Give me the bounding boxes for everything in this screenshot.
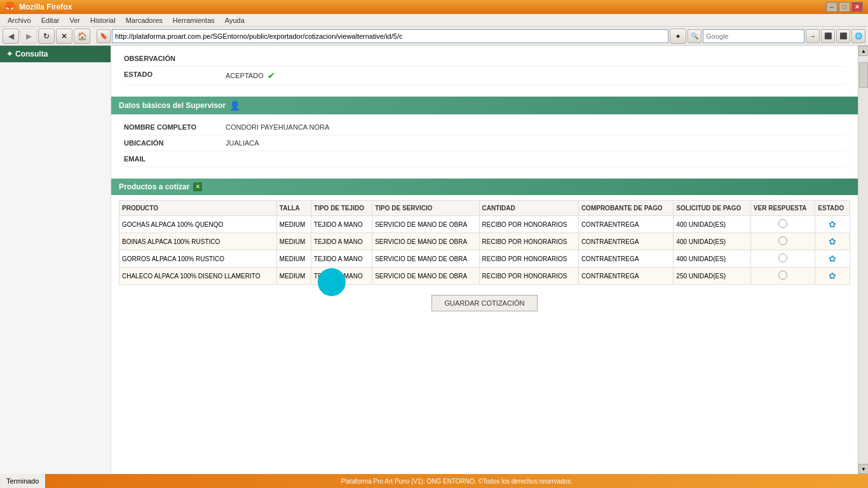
- firefox-icon: 🦊: [5, 2, 15, 12]
- menu-ver[interactable]: Ver: [64, 15, 85, 25]
- table-container: PRODUCTO TALLA TIPO DE TEJIDO TIPO DE SE…: [111, 195, 858, 327]
- copyright-text: Plataforma Pro Art Puno (V1): ONG ENTORN…: [341, 478, 573, 485]
- flower-icon-3: ✿: [818, 254, 847, 264]
- toolbar-extra-3[interactable]: 🌐: [851, 29, 865, 43]
- title-bar-buttons: ─ □ ✕: [826, 2, 863, 12]
- talla-4: MEDIUM: [276, 268, 311, 285]
- col-talla: TALLA: [276, 201, 311, 216]
- ver-respuesta-2[interactable]: [750, 233, 815, 250]
- talla-3: MEDIUM: [276, 250, 311, 268]
- home-button[interactable]: 🏠: [74, 29, 90, 44]
- servicio-4: SERVICIO DE MANO DE OBRA: [372, 268, 479, 285]
- menu-archivo[interactable]: Archivo: [3, 15, 36, 25]
- servicio-3: SERVICIO DE MANO DE OBRA: [372, 250, 479, 268]
- talla-1: MEDIUM: [276, 216, 311, 233]
- radio-4[interactable]: [778, 271, 787, 280]
- estado-icon-2: ✿: [815, 233, 850, 250]
- window-title: Mozilla Firefox: [19, 3, 72, 11]
- comprobante-4: CONTRAENTREGA: [578, 268, 673, 285]
- close-button[interactable]: ✕: [851, 2, 863, 12]
- producto-1: GOCHAS ALPACA 100% QUENQO: [119, 216, 277, 233]
- vertical-scrollbar[interactable]: ▲ ▼: [858, 46, 868, 474]
- nombre-value: CONDORI PAYEHUANCA NORA: [226, 123, 845, 131]
- supervisor-person-icon: 👤: [229, 100, 240, 111]
- minimize-button[interactable]: ─: [826, 2, 837, 12]
- menu-bar: Archivo Editar Ver Historial Marcadores …: [0, 14, 868, 27]
- google-search-input[interactable]: [703, 29, 804, 43]
- table-row: BOINAS ALPACA 100% RUSTICO MEDIUM TEJIDO…: [119, 233, 850, 250]
- comprobante-2: CONTRAENTREGA: [578, 233, 673, 250]
- cantidad-3: RECIBO POR HONORARIOS: [479, 250, 578, 268]
- producto-2: BOINAS ALPACA 100% RUSTICO: [119, 233, 277, 250]
- save-section: GUARDAR COTIZACIÓN: [119, 295, 850, 311]
- teal-circle-overlay: [318, 268, 346, 296]
- menu-marcadores[interactable]: Marcadores: [121, 15, 168, 25]
- scroll-track[interactable]: [858, 56, 868, 464]
- observacion-label: OBSERVACIÓN: [124, 55, 226, 62]
- talla-2: MEDIUM: [276, 233, 311, 250]
- supervisor-header: Datos básicos del Supervisor 👤: [111, 97, 858, 114]
- toolbar-extra-2[interactable]: ⬛: [836, 29, 850, 43]
- estado-icon-3: ✿: [815, 250, 850, 268]
- maximize-button[interactable]: □: [839, 2, 850, 12]
- menu-historial[interactable]: Historial: [85, 15, 121, 25]
- estado-icon-1: ✿: [815, 216, 850, 233]
- stop-button[interactable]: ✕: [56, 29, 72, 44]
- estado-icon-4: ✿: [815, 268, 850, 285]
- tejido-3: TEJIDO A MANO: [311, 250, 372, 268]
- estado-label: ESTADO: [124, 71, 226, 78]
- address-bar[interactable]: [112, 29, 668, 43]
- servicio-2: SERVICIO DE MANO DE OBRA: [372, 233, 479, 250]
- scroll-thumb[interactable]: [859, 62, 868, 88]
- email-label: EMAIL: [124, 155, 226, 163]
- col-cantidad: CANTIDAD: [479, 201, 578, 216]
- tejido-2: TEJIDO A MANO: [311, 233, 372, 250]
- col-ver-respuesta: VER RESPUESTA: [750, 201, 815, 216]
- toolbar-extra-1[interactable]: ⬛: [821, 29, 835, 43]
- sidebar: ✦ Consulta: [0, 46, 111, 474]
- col-estado: ESTADO: [815, 201, 850, 216]
- ver-respuesta-4[interactable]: [750, 268, 815, 285]
- products-section: Productos a cotizar X PRODUCTO TALLA TIP…: [111, 179, 858, 327]
- comprobante-3: CONTRAENTREGA: [578, 250, 673, 268]
- terminado-text: Terminado: [6, 477, 39, 485]
- radio-2[interactable]: [778, 236, 787, 245]
- back-button[interactable]: ◀: [3, 29, 19, 44]
- forward-button[interactable]: ▶: [20, 29, 37, 44]
- menu-herramientas[interactable]: Herramientas: [168, 15, 220, 25]
- menu-editar[interactable]: Editar: [36, 15, 65, 25]
- bookmark-icon[interactable]: 🔖: [97, 29, 111, 43]
- go-button[interactable]: ★: [670, 29, 686, 44]
- menu-ayuda[interactable]: Ayuda: [220, 15, 250, 25]
- consulta-icon: ✦: [6, 50, 13, 58]
- radio-1[interactable]: [778, 219, 787, 228]
- browser-toolbar: ◀ ▶ ↻ ✕ 🏠 🔖 ★ 🔍 → ⬛ ⬛ 🌐: [0, 27, 868, 46]
- flower-icon-1: ✿: [818, 219, 847, 229]
- supervisor-title: Datos básicos del Supervisor: [119, 101, 226, 110]
- sidebar-consulta-item[interactable]: ✦ Consulta: [0, 46, 111, 62]
- estado-value: ACEPTADO ✔: [226, 71, 845, 81]
- observacion-row: OBSERVACIÓN: [124, 51, 845, 67]
- search-submit-icon[interactable]: →: [806, 29, 820, 43]
- col-producto: PRODUCTO: [119, 201, 277, 216]
- estado-row: ESTADO ACEPTADO ✔: [124, 67, 845, 85]
- scroll-up-button[interactable]: ▲: [858, 46, 868, 56]
- scroll-down-button[interactable]: ▼: [858, 464, 868, 474]
- cantidad-1: RECIBO POR HONORARIOS: [479, 216, 578, 233]
- radio-3[interactable]: [778, 254, 787, 262]
- firefox-window: 🦊 Mozilla Firefox ─ □ ✕ Archivo Editar V…: [0, 0, 868, 488]
- solicitud-3: 400 UNIDAD(ES): [674, 250, 751, 268]
- solicitud-4: 250 UNIDAD(ES): [674, 268, 751, 285]
- table-row: GORROS ALPACA 100% RUSTICO MEDIUM TEJIDO…: [119, 250, 850, 268]
- status-text: Terminado: [0, 474, 45, 488]
- nombre-row: NOMBRE COMPLETO CONDORI PAYEHUANCA NORA: [124, 119, 845, 135]
- ver-respuesta-1[interactable]: [750, 216, 815, 233]
- products-title: Productos a cotizar: [119, 182, 189, 191]
- footer-copyright: Plataforma Pro Art Puno (V1): ONG ENTORN…: [45, 478, 868, 485]
- refresh-button[interactable]: ↻: [38, 29, 55, 44]
- ver-respuesta-3[interactable]: [750, 250, 815, 268]
- cantidad-2: RECIBO POR HONORARIOS: [479, 233, 578, 250]
- observacion-section: OBSERVACIÓN ESTADO ACEPTADO ✔: [111, 46, 858, 90]
- guardar-cotizacion-button[interactable]: GUARDAR COTIZACIÓN: [431, 295, 538, 311]
- table-row: GOCHAS ALPACA 100% QUENQO MEDIUM TEJIDO …: [119, 216, 850, 233]
